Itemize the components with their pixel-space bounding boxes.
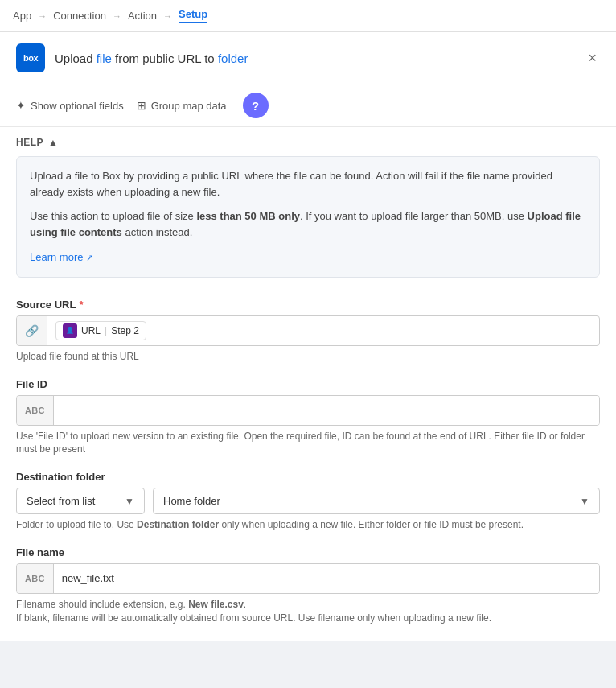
fields-icon: ✦ <box>16 99 26 112</box>
help-toggle-label: HELP <box>16 137 43 148</box>
box-logo: box <box>16 43 45 72</box>
help-p2-bold1: less than 50 MB only <box>196 210 300 222</box>
file-id-input-container: ABC <box>16 395 600 426</box>
file-id-label: File ID <box>16 378 600 390</box>
fn-hint2: If blank, filename will be automatically… <box>16 612 491 624</box>
modal-title-row: box Upload file from public URL to folde… <box>16 43 248 72</box>
title-middle: from public URL to <box>112 51 218 65</box>
help-paragraph-1: Upload a file to Box by providing a publ… <box>30 168 586 200</box>
nav-arrow-2: → <box>113 11 121 21</box>
help-circle-button[interactable]: ? <box>243 93 269 118</box>
hint-bold: Destination folder <box>137 519 219 530</box>
box-logo-text: box <box>23 53 38 63</box>
external-link-icon: ↗ <box>86 253 93 262</box>
source-url-input-container: 🔗 👤 URL | Step 2 <box>16 315 600 346</box>
help-icon: ? <box>252 99 259 113</box>
token-avatar-icon: 👤 <box>66 327 74 334</box>
main-container: box Upload file from public URL to folde… <box>0 32 616 641</box>
destination-folder-field: Destination folder Select from list ▼ Ho… <box>16 471 600 532</box>
home-folder-label: Home folder <box>163 495 220 507</box>
title-folder: folder <box>218 51 248 65</box>
nav-action-label: Action <box>128 10 157 22</box>
token-step: Step 2 <box>111 325 139 336</box>
help-learn-more: Learn more ↗ <box>30 249 586 266</box>
source-url-label-text: Source URL <box>16 299 76 311</box>
group-map-label: Group map data <box>151 100 227 112</box>
nav-app-label: App <box>13 10 31 22</box>
url-token: 👤 URL | Step 2 <box>55 321 146 340</box>
group-icon: ⊞ <box>137 99 146 112</box>
toolbar: ✦ Show optional fields ⊞ Group map data … <box>0 84 616 127</box>
file-name-input-container: ABC <box>16 563 600 594</box>
hint-suffix: only when uploading a new file. Either f… <box>219 519 524 530</box>
file-id-hint: Use 'File ID' to upload new version to a… <box>16 430 600 457</box>
modal-header: box Upload file from public URL to folde… <box>0 32 616 84</box>
destination-folder-label: Destination folder <box>16 471 600 483</box>
help-section: HELP ▲ Upload a file to Box by providing… <box>16 127 600 284</box>
nav-setup[interactable]: Setup <box>179 8 207 23</box>
fn-hint1-bold: New file.csv <box>188 599 244 610</box>
nav-app[interactable]: App <box>13 10 31 22</box>
file-id-field: File ID ABC Use 'File ID' to upload new … <box>16 378 600 457</box>
fn-hint1-prefix: Filename should include extension, e.g. <box>16 599 188 610</box>
title-prefix: Upload <box>55 51 97 65</box>
source-url-required: * <box>79 299 83 311</box>
help-paragraph-2: Use this action to upload file of size l… <box>30 208 586 241</box>
help-p2-suffix: action instead. <box>122 226 192 238</box>
source-url-hint: Upload file found at this URL <box>16 350 600 364</box>
file-name-label: File name <box>16 546 600 558</box>
optional-fields-label: Show optional fields <box>31 100 124 112</box>
file-id-abc-prefix: ABC <box>17 396 54 425</box>
token-avatar: 👤 <box>63 323 77 338</box>
help-toggle-icon: ▲ <box>48 137 58 148</box>
nav-arrow-1: → <box>38 11 47 21</box>
file-name-field: File name ABC Filename should include ex… <box>16 546 600 625</box>
content-area: HELP ▲ Upload a file to Box by providing… <box>0 127 616 641</box>
group-map-data-button[interactable]: ⊞ Group map data <box>137 96 227 115</box>
close-button[interactable]: × <box>585 47 600 68</box>
destination-folder-hint: Folder to upload file to. Use Destinatio… <box>16 518 600 532</box>
file-name-hint: Filename should include extension, e.g. … <box>16 598 600 625</box>
link-icon: 🔗 <box>25 324 39 337</box>
help-p2-prefix: Use this action to upload file of size <box>30 210 196 222</box>
fn-hint1-suffix: . <box>244 599 246 610</box>
hint-prefix: Folder to upload file to. Use <box>16 519 137 530</box>
source-url-field: Source URL * 🔗 👤 URL | Step 2 <box>16 299 600 364</box>
modal-title: Upload file from public URL to folder <box>55 51 248 65</box>
dropdown-chevron-icon: ▼ <box>125 496 134 507</box>
help-box: Upload a file to Box by providing a publ… <box>16 156 600 278</box>
folder-chevron-icon: ▼ <box>580 496 589 507</box>
top-navigation: App → Connection → Action → Setup <box>0 0 616 32</box>
file-name-input[interactable] <box>54 564 599 593</box>
title-link: file <box>97 51 112 65</box>
nav-arrow-3: → <box>163 11 172 21</box>
nav-connection[interactable]: Connection <box>53 10 106 22</box>
file-id-input[interactable] <box>54 396 599 425</box>
file-name-abc-prefix: ABC <box>17 564 54 593</box>
source-url-token-area[interactable]: 👤 URL | Step 2 <box>47 316 599 345</box>
nav-setup-label: Setup <box>179 8 207 20</box>
help-toggle-button[interactable]: HELP ▲ <box>16 137 58 148</box>
source-url-label: Source URL * <box>16 299 600 311</box>
learn-more-link[interactable]: Learn more ↗ <box>30 251 93 263</box>
token-label: URL <box>81 325 101 336</box>
help-p2-middle: . If you want to upload file larger than… <box>300 210 528 222</box>
token-separator: | <box>105 325 107 336</box>
home-folder-select[interactable]: Home folder ▼ <box>153 488 600 514</box>
nav-connection-label: Connection <box>53 10 106 22</box>
show-optional-fields-button[interactable]: ✦ Show optional fields <box>16 96 124 115</box>
learn-more-label: Learn more <box>30 251 83 263</box>
nav-action[interactable]: Action <box>128 10 157 22</box>
select-from-list-button[interactable]: Select from list ▼ <box>16 488 145 514</box>
link-prefix-icon: 🔗 <box>17 316 47 345</box>
destination-folder-row: Select from list ▼ Home folder ▼ <box>16 488 600 514</box>
select-from-list-label: Select from list <box>27 495 95 507</box>
